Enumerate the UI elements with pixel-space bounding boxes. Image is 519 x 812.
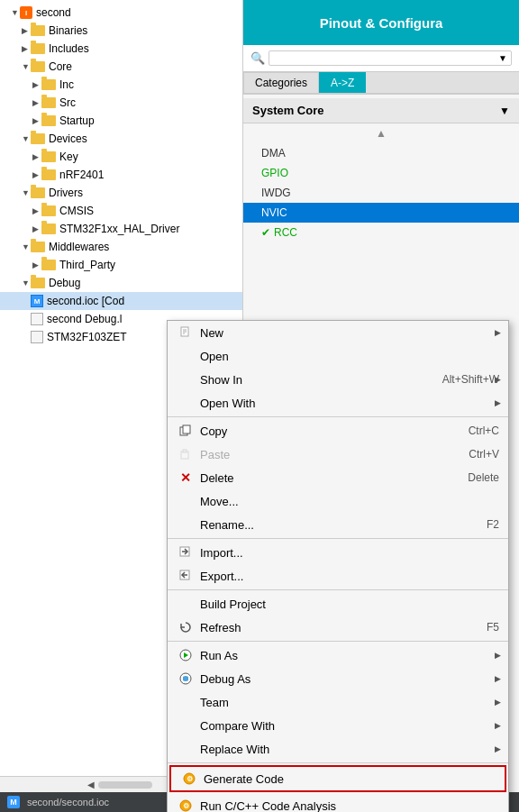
menu-item-export[interactable]: Export... <box>168 564 508 588</box>
tree-item-second-ioc[interactable]: M second.ioc [Cod <box>0 292 242 310</box>
folder-icon-binaries <box>31 25 45 36</box>
folder-icon-includes <box>31 43 45 54</box>
scroll-thumb[interactable] <box>98 781 152 789</box>
menu-label-show-in: Show In <box>200 373 424 387</box>
tree-item-drivers[interactable]: ▼ Drivers <box>0 184 242 202</box>
tree-label-debug: Debug <box>49 277 80 289</box>
debug-as-icon <box>177 671 195 686</box>
item-iwdg[interactable]: IWDG <box>243 183 519 203</box>
menu-item-compare[interactable]: Compare With <box>168 714 508 737</box>
tree-label-second: second <box>36 6 71 19</box>
menu-item-replace[interactable]: Replace With <box>168 737 508 761</box>
menu-item-open[interactable]: Open <box>168 344 508 368</box>
menu-label-export: Export... <box>200 570 499 583</box>
tree-item-binaries[interactable]: ▶ Binaries <box>0 22 242 40</box>
generate-icon: ⚙ <box>180 771 198 786</box>
tree-item-debug[interactable]: ▼ Debug <box>0 274 242 292</box>
menu-label-refresh: Refresh <box>200 621 469 634</box>
debug-file-icon <box>31 313 43 325</box>
tree-label-nrf2401: nRF2401 <box>59 169 104 181</box>
arrow-key: ▶ <box>32 152 41 161</box>
menu-item-new[interactable]: New <box>168 321 508 344</box>
tree-item-includes[interactable]: ▶ Includes <box>0 40 242 58</box>
menu-item-analysis[interactable]: ⚙ Run C/C++ Code Analysis <box>168 794 508 812</box>
project-tree: ▼ I second ▶ Binaries ▶ Includes ▼ Core … <box>0 0 242 350</box>
tree-item-middlewares[interactable]: ▼ Middlewares <box>0 238 242 256</box>
arrow-src: ▶ <box>32 98 41 107</box>
folder-icon-startup <box>41 115 56 126</box>
shortcut-paste: Ctrl+V <box>469 448 499 461</box>
tree-item-second[interactable]: ▼ I second <box>0 4 242 22</box>
tree-label-cmsis: CMSIS <box>59 205 94 217</box>
status-text: second/second.ioc <box>27 797 109 807</box>
menu-item-import[interactable]: Import... <box>168 541 508 564</box>
pinout-title: Pinout & Configura <box>243 0 519 45</box>
separator-5 <box>168 762 508 763</box>
svg-text:⚙: ⚙ <box>187 775 193 783</box>
menu-item-build[interactable]: Build Project <box>168 592 508 616</box>
folder-icon-third-party <box>41 260 56 270</box>
run-icon <box>177 648 195 662</box>
menu-item-run-as[interactable]: Run As <box>168 643 508 667</box>
tree-item-cmsis[interactable]: ▶ CMSIS <box>0 202 242 220</box>
folder-icon-drivers <box>31 187 45 198</box>
import-icon <box>177 545 195 560</box>
tree-item-inc[interactable]: ▶ Inc <box>0 76 242 94</box>
tree-item-core[interactable]: ▼ Core <box>0 58 242 76</box>
menu-label-open-with: Open With <box>200 397 499 410</box>
folder-icon-stm32f1xx <box>41 224 56 234</box>
tree-item-key[interactable]: ▶ Key <box>0 148 242 166</box>
status-ide-icon: M <box>7 796 20 808</box>
separator-3 <box>168 589 508 590</box>
replace-icon <box>177 742 195 756</box>
menu-item-move[interactable]: Move... <box>168 489 508 513</box>
new-icon <box>177 325 195 340</box>
menu-label-debug-as: Debug As <box>200 672 499 686</box>
menu-label-move: Move... <box>200 495 499 508</box>
item-gpio[interactable]: GPIO <box>243 163 519 183</box>
menu-item-open-with[interactable]: Open With <box>168 391 508 415</box>
tree-item-third-party[interactable]: ▶ Third_Party <box>0 256 242 274</box>
menu-item-paste[interactable]: Paste Ctrl+V <box>168 442 508 466</box>
tab-az[interactable]: A->Z <box>319 72 366 93</box>
menu-item-generate-code[interactable]: ⚙ Generate Code <box>169 765 506 792</box>
tree-item-nrf2401[interactable]: ▶ nRF2401 <box>0 166 242 184</box>
item-rcc[interactable]: ✔ RCC <box>243 223 519 242</box>
item-dma[interactable]: DMA <box>243 143 519 163</box>
menu-label-replace: Replace With <box>200 743 499 756</box>
tree-item-devices[interactable]: ▼ Devices <box>0 130 242 148</box>
folder-icon-key <box>41 151 56 162</box>
menu-item-refresh[interactable]: Refresh F5 <box>168 616 508 639</box>
compare-icon <box>177 718 195 733</box>
menu-item-delete[interactable]: ✕ Delete Delete <box>168 466 508 489</box>
menu-item-debug-as[interactable]: Debug As <box>168 667 508 690</box>
team-icon <box>177 695 195 709</box>
separator-4 <box>168 641 508 642</box>
arrow-includes: ▶ <box>22 44 31 53</box>
show-in-icon <box>177 372 195 387</box>
tree-label-stm32chip: STM32F103ZET <box>47 331 127 343</box>
item-nvic[interactable]: NVIC <box>243 203 519 223</box>
ioc-file-icon: M <box>31 295 43 307</box>
arrow-stm32chip <box>22 333 31 342</box>
refresh-icon <box>177 620 195 634</box>
export-icon <box>177 569 195 583</box>
tree-item-src[interactable]: ▶ Src <box>0 94 242 112</box>
tree-item-stm32f1xx[interactable]: ▶ STM32F1xx_HAL_Driver <box>0 220 242 238</box>
arrow-devices: ▼ <box>22 134 31 143</box>
separator-2 <box>168 538 508 539</box>
system-core-header[interactable]: System Core ▼ <box>243 98 519 123</box>
menu-item-copy[interactable]: Copy Ctrl+C <box>168 419 508 442</box>
rename-icon <box>177 517 195 532</box>
build-icon <box>177 597 195 611</box>
tab-categories[interactable]: Categories <box>243 72 319 93</box>
delete-icon: ✕ <box>177 470 195 485</box>
arrow-drivers: ▼ <box>22 188 31 197</box>
tree-item-startup[interactable]: ▶ Startup <box>0 112 242 130</box>
tree-label-binaries: Binaries <box>49 24 87 37</box>
menu-item-team[interactable]: Team <box>168 690 508 714</box>
search-dropdown[interactable]: ▼ <box>269 50 512 66</box>
arrow-stm32f1xx: ▶ <box>32 224 41 233</box>
menu-item-show-in[interactable]: Show In Alt+Shift+W <box>168 368 508 391</box>
menu-item-rename[interactable]: Rename... F2 <box>168 513 508 536</box>
